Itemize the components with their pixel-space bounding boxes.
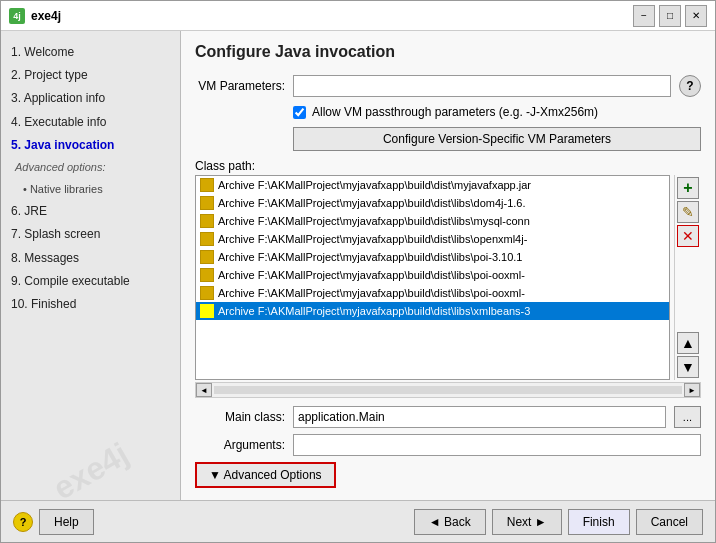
help-button[interactable]: Help (39, 509, 94, 535)
scroll-track[interactable] (214, 386, 682, 394)
footer-right: ◄ Back Next ► Finish Cancel (414, 509, 703, 535)
back-button[interactable]: ◄ Back (414, 509, 486, 535)
title-bar: 4j exe4j − □ ✕ (1, 1, 715, 31)
passthrough-checkbox[interactable] (293, 106, 306, 119)
archive-icon-6 (200, 268, 214, 282)
vm-help-button[interactable]: ? (679, 75, 701, 97)
classpath-item-7[interactable]: Archive F:\AKMallProject\myjavafxapp\bui… (196, 284, 669, 302)
main-window: 4j exe4j − □ ✕ 1. Welcome 2. Project typ… (0, 0, 716, 543)
app-icon: 4j (9, 8, 25, 24)
sidebar-item-jre[interactable]: 6. JRE (7, 200, 174, 223)
sidebar-item-exe-info[interactable]: 4. Executable info (7, 111, 174, 134)
horizontal-scrollbar[interactable]: ◄ ► (195, 382, 701, 398)
arguments-label: Arguments: (195, 438, 285, 452)
sidebar-advanced-label: Advanced options: (7, 157, 174, 179)
sidebar-item-finished[interactable]: 10. Finished (7, 293, 174, 316)
archive-icon-7 (200, 286, 214, 300)
footer: ? Help ◄ Back Next ► Finish Cancel (1, 500, 715, 542)
sidebar-item-splash-screen[interactable]: 7. Splash screen (7, 223, 174, 246)
passthrough-row: Allow VM passthrough parameters (e.g. -J… (293, 105, 701, 119)
window-title: exe4j (31, 9, 61, 23)
arguments-row: Arguments: (195, 434, 701, 456)
arguments-input[interactable] (293, 434, 701, 456)
scroll-right-arrow[interactable]: ► (684, 383, 700, 397)
bottom-section: Main class: ... Arguments: ▼ Advanced Op… (195, 406, 701, 488)
classpath-actions: + ✎ ✕ ▲ ▼ (674, 175, 701, 380)
scroll-left-arrow[interactable]: ◄ (196, 383, 212, 397)
title-bar-controls: − □ ✕ (633, 5, 707, 27)
maximize-button[interactable]: □ (659, 5, 681, 27)
passthrough-label: Allow VM passthrough parameters (e.g. -J… (312, 105, 598, 119)
archive-icon-1 (200, 178, 214, 192)
classpath-item-4[interactable]: Archive F:\AKMallProject\myjavafxapp\bui… (196, 230, 669, 248)
sidebar-item-compile[interactable]: 9. Compile executable (7, 270, 174, 293)
sidebar-item-project-type[interactable]: 2. Project type (7, 64, 174, 87)
move-down-button[interactable]: ▼ (677, 356, 699, 378)
archive-icon-3 (200, 214, 214, 228)
main-class-input[interactable] (293, 406, 666, 428)
move-up-button[interactable]: ▲ (677, 332, 699, 354)
classpath-list[interactable]: Archive F:\AKMallProject\myjavafxapp\bui… (196, 176, 669, 379)
classpath-item-8[interactable]: Archive F:\AKMallProject\myjavafxapp\bui… (196, 302, 669, 320)
classpath-item-1[interactable]: Archive F:\AKMallProject\myjavafxapp\bui… (196, 176, 669, 194)
archive-icon-4 (200, 232, 214, 246)
vm-params-input[interactable] (293, 75, 671, 97)
classpath-item-5[interactable]: Archive F:\AKMallProject\myjavafxapp\bui… (196, 248, 669, 266)
classpath-label: Class path: (195, 159, 701, 173)
archive-icon-5 (200, 250, 214, 264)
classpath-section: Class path: Archive F:\AKMallProject\myj… (195, 159, 701, 398)
close-button[interactable]: ✕ (685, 5, 707, 27)
main-class-browse-button[interactable]: ... (674, 406, 701, 428)
classpath-container: Archive F:\AKMallProject\myjavafxapp\bui… (195, 175, 670, 380)
classpath-item-3[interactable]: Archive F:\AKMallProject\myjavafxapp\bui… (196, 212, 669, 230)
title-bar-left: 4j exe4j (9, 8, 61, 24)
help-icon: ? (13, 512, 33, 532)
cancel-button[interactable]: Cancel (636, 509, 703, 535)
sidebar: 1. Welcome 2. Project type 3. Applicatio… (1, 31, 181, 500)
finish-button[interactable]: Finish (568, 509, 630, 535)
add-classpath-button[interactable]: + (677, 177, 699, 199)
vm-params-label: VM Parameters: (195, 79, 285, 93)
advanced-options-button[interactable]: ▼ Advanced Options (195, 462, 336, 488)
sidebar-item-java-invocation[interactable]: 5. Java invocation (7, 134, 174, 157)
archive-icon-8 (200, 304, 214, 318)
panel-title: Configure Java invocation (195, 43, 701, 61)
delete-classpath-button[interactable]: ✕ (677, 225, 699, 247)
sidebar-item-app-info[interactable]: 3. Application info (7, 87, 174, 110)
sidebar-watermark: exe4j (47, 435, 135, 500)
main-panel: Configure Java invocation VM Parameters:… (181, 31, 715, 500)
minimize-button[interactable]: − (633, 5, 655, 27)
classpath-item-2[interactable]: Archive F:\AKMallProject\myjavafxapp\bui… (196, 194, 669, 212)
sidebar-item-native-libraries[interactable]: • Native libraries (7, 179, 174, 201)
content-area: 1. Welcome 2. Project type 3. Applicatio… (1, 31, 715, 500)
sidebar-item-messages[interactable]: 8. Messages (7, 247, 174, 270)
vm-params-row: VM Parameters: ? (195, 75, 701, 97)
sidebar-item-welcome[interactable]: 1. Welcome (7, 41, 174, 64)
edit-classpath-button[interactable]: ✎ (677, 201, 699, 223)
next-button[interactable]: Next ► (492, 509, 562, 535)
configure-vm-button[interactable]: Configure Version-Specific VM Parameters (293, 127, 701, 151)
archive-icon-2 (200, 196, 214, 210)
footer-left: ? Help (13, 509, 94, 535)
main-class-row: Main class: ... (195, 406, 701, 428)
main-class-label: Main class: (195, 410, 285, 424)
classpath-item-6[interactable]: Archive F:\AKMallProject\myjavafxapp\bui… (196, 266, 669, 284)
